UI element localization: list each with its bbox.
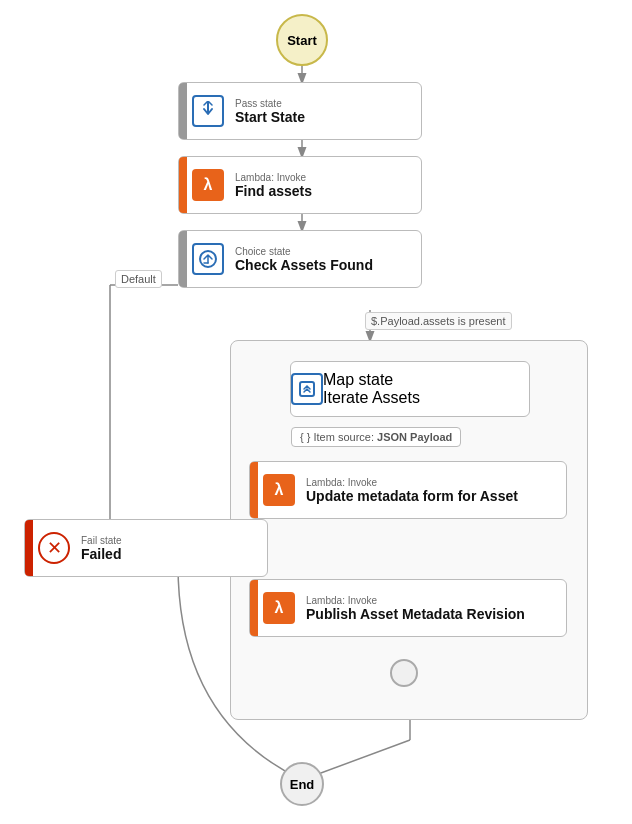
lambda-icon-find: λ (192, 169, 224, 201)
fail-icon: ✕ (38, 532, 70, 564)
pass-state-text: Pass state Start State (229, 94, 421, 129)
update-sidebar (250, 462, 258, 518)
update-metadata-box[interactable]: λ Lambda: Invoke Update metadata form fo… (249, 461, 567, 519)
fail-state-name: Failed (81, 546, 261, 562)
map-state-name: Iterate Assets (323, 389, 420, 407)
map-state-type: Map state (323, 371, 420, 389)
start-label: Start (287, 33, 317, 48)
pass-state-name: Start State (235, 109, 415, 125)
update-type: Lambda: Invoke (306, 477, 560, 488)
check-assets-sidebar (179, 231, 187, 287)
map-state-box[interactable]: Map state Iterate Assets (290, 361, 530, 417)
find-assets-sidebar (179, 157, 187, 213)
end-node[interactable]: End (280, 762, 324, 806)
map-container: Map state Iterate Assets { } Item source… (230, 340, 588, 720)
check-assets-text: Choice state Check Assets Found (229, 242, 421, 277)
fail-state-type: Fail state (81, 535, 261, 546)
map-icon (291, 373, 323, 405)
end-label: End (290, 777, 315, 792)
publish-icon-area: λ (258, 592, 300, 624)
pass-icon (192, 95, 224, 127)
find-assets-box[interactable]: λ Lambda: Invoke Find assets (178, 156, 422, 214)
item-source-box: { } Item source: JSON Payload (291, 427, 461, 447)
payload-label: $.Payload.assets is present (365, 312, 512, 330)
lambda-icon-publish: λ (263, 592, 295, 624)
fail-icon-area: ✕ (33, 532, 75, 564)
check-assets-type: Choice state (235, 246, 415, 257)
pass-state-icon-area (187, 95, 229, 127)
publish-type: Lambda: Invoke (306, 595, 560, 606)
update-name: Update metadata form for Asset (306, 488, 560, 504)
publish-sidebar (250, 580, 258, 636)
find-assets-text: Lambda: Invoke Find assets (229, 168, 421, 203)
update-text: Lambda: Invoke Update metadata form for … (300, 473, 566, 508)
fail-sidebar (25, 520, 33, 576)
item-source-brace: { } (300, 431, 313, 443)
map-end-circle (390, 659, 418, 687)
pass-state-type: Pass state (235, 98, 415, 109)
find-assets-type: Lambda: Invoke (235, 172, 415, 183)
check-assets-name: Check Assets Found (235, 257, 415, 273)
diagram: Start Pass state Start State λ Lambda: I… (0, 0, 632, 824)
map-icon-area (291, 373, 323, 405)
publish-revision-box[interactable]: λ Lambda: Invoke Publish Asset Metadata … (249, 579, 567, 637)
start-node[interactable]: Start (276, 14, 328, 66)
publish-name: Publish Asset Metadata Revision (306, 606, 560, 622)
choice-icon (192, 243, 224, 275)
default-label: Default (115, 270, 162, 288)
check-assets-box[interactable]: Choice state Check Assets Found (178, 230, 422, 288)
item-source-text: Item source: JSON Payload (313, 431, 452, 443)
fail-text: Fail state Failed (75, 531, 267, 566)
pass-state-box[interactable]: Pass state Start State (178, 82, 422, 140)
pass-svg (198, 101, 218, 121)
publish-text: Lambda: Invoke Publish Asset Metadata Re… (300, 591, 566, 626)
pass-state-sidebar (179, 83, 187, 139)
map-svg (297, 379, 317, 399)
lambda-icon-update: λ (263, 474, 295, 506)
check-assets-icon-area (187, 243, 229, 275)
map-state-text: Map state Iterate Assets (323, 371, 420, 407)
update-icon-area: λ (258, 474, 300, 506)
choice-svg (198, 249, 218, 269)
fail-state-box[interactable]: ✕ Fail state Failed (24, 519, 268, 577)
find-assets-icon-area: λ (187, 169, 229, 201)
find-assets-name: Find assets (235, 183, 415, 199)
